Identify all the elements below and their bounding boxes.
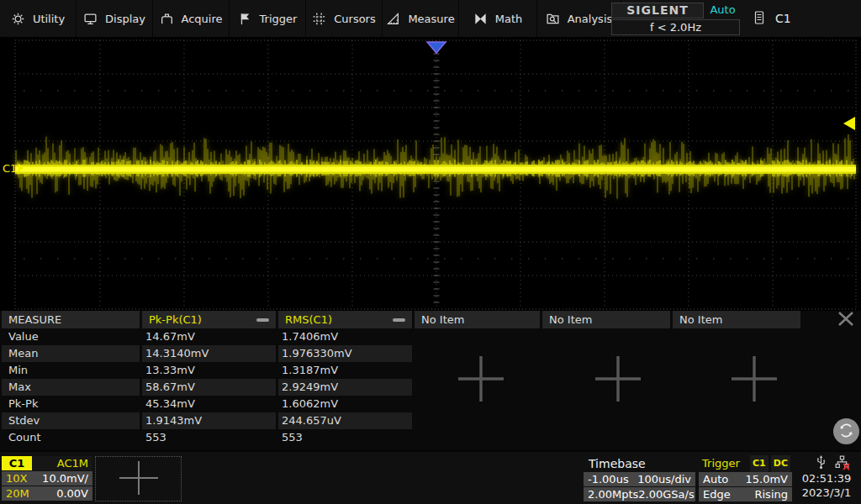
cursors-icon <box>312 12 326 26</box>
measure-column-pkpk[interactable]: Pk-Pk(C1) <box>142 311 276 328</box>
plus-icon <box>730 393 779 406</box>
table-row: Value14.67mV1.7406mV <box>2 328 412 345</box>
menu-item-cursors[interactable]: Cursors <box>306 0 383 37</box>
menu-item-acquire[interactable]: Acquire <box>153 0 230 37</box>
add-channel-tile[interactable] <box>95 456 182 501</box>
channel1-descriptor-box[interactable]: C1 AC1M 10X 10.0mV/ 20M 0.00V <box>2 456 92 501</box>
trigger-mode-row: Auto 15.0mV <box>699 472 792 486</box>
trigger-slope: Rising <box>754 487 788 501</box>
menu-item-display[interactable]: Display <box>77 0 153 37</box>
channel1-offset-row: 20M 0.00V <box>2 486 92 501</box>
trigger-type: Edge <box>703 487 731 501</box>
plus-icon <box>594 393 642 406</box>
volts-per-div: 10.0mV/ <box>42 471 88 486</box>
menu-item-trigger[interactable]: Trigger <box>230 0 306 37</box>
brand-cluster: SIGLENT Auto f < 2.0Hz <box>611 3 740 35</box>
channel-ground-label: C1 <box>3 162 17 175</box>
menu-item-analysis[interactable]: Analysis <box>537 0 621 37</box>
ruler-icon <box>386 12 400 26</box>
gear-icon <box>11 12 25 26</box>
trigger-frequency-readout: f < 2.0Hz <box>611 19 740 35</box>
timebase-delay-row: -1.00us 100us/div <box>584 472 695 486</box>
notes-icon <box>753 10 766 28</box>
channel1-coupling: AC1M <box>32 456 92 470</box>
top-menu-bar: Utility Display Acquire Trigger Cursors … <box>0 0 861 37</box>
trigger-type-row: Edge Rising <box>699 487 792 501</box>
add-measurement-button[interactable] <box>594 354 642 403</box>
add-measurement-button[interactable] <box>730 354 779 403</box>
channel1-trace <box>0 37 861 311</box>
oscilloscope-screen: Utility Display Acquire Trigger Cursors … <box>0 0 861 504</box>
menu-item-measure[interactable]: Measure <box>383 0 459 37</box>
table-row: Count553553 <box>2 429 412 446</box>
menu-item-label: Analysis <box>568 13 613 25</box>
menu-item-label: Utility <box>33 13 65 25</box>
timebase-descriptor-box[interactable]: Timebase -1.00us 100us/div 2.00Mpts 2.00… <box>584 456 695 501</box>
reset-statistics-button[interactable] <box>833 418 859 444</box>
clock-date: 2023/3/1 <box>794 486 859 499</box>
trigger-descriptor-box[interactable]: Trigger C1 DC Auto 15.0mV Edge Rising <box>699 456 792 501</box>
measurement-table: Value14.67mV1.7406mV Mean14.3140mV1.9763… <box>2 328 412 446</box>
channel1-scale-row: 10X 10.0mV/ <box>2 471 92 486</box>
measure-column-rms[interactable]: RMS(C1) <box>278 311 412 328</box>
sample-rate: 2.00GSa/s <box>638 487 694 501</box>
trigger-delay: -1.00us <box>588 472 629 486</box>
add-measurement-button[interactable] <box>457 354 505 403</box>
close-measure-button[interactable] <box>832 311 859 328</box>
lan-disconnected-icon <box>834 454 850 473</box>
table-row: Pk-Pk45.34mV1.6062mV <box>2 396 412 412</box>
channel-ground-marker[interactable]: C1 <box>3 161 24 175</box>
trigger-coupling-chip: DC <box>771 455 790 472</box>
measure-title-cell: MEASURE <box>2 311 140 328</box>
status-icons <box>814 454 850 473</box>
menu-item-utility[interactable]: Utility <box>0 0 77 37</box>
probe-attenuation: 10X <box>6 471 27 486</box>
trigger-mode: Auto <box>703 472 728 486</box>
memory-depth: 2.00Mpts <box>588 487 638 501</box>
measure-column-empty-1[interactable]: No Item <box>415 311 540 328</box>
bottom-status-bar: C1 AC1M 10X 10.0mV/ 20M 0.00V Timebase -… <box>0 450 861 504</box>
menu-item-label: Acquire <box>182 13 223 25</box>
plus-icon <box>457 393 505 406</box>
table-row: Stdev1.9143mV244.657uV <box>2 412 412 429</box>
table-row: Mean14.3140mV1.976330mV <box>2 345 412 362</box>
waveform-display-area: C1 <box>0 37 861 311</box>
trigger-source-chip: C1 <box>750 455 769 472</box>
siglent-logo: SIGLENT <box>611 3 704 18</box>
plus-icon <box>117 459 161 500</box>
menu-item-label: Display <box>105 13 145 25</box>
acquire-icon <box>160 12 174 26</box>
math-icon <box>473 12 488 26</box>
table-row: Min13.33mV1.3187mV <box>2 362 412 379</box>
menu-item-label: Cursors <box>334 13 376 25</box>
active-channel-label: C1 <box>775 12 791 25</box>
time-per-div: 100us/div <box>637 472 691 486</box>
timebase-title: Timebase <box>584 456 695 471</box>
menu-item-label: Trigger <box>260 13 298 25</box>
trigger-title: Trigger <box>702 456 740 471</box>
flag-icon <box>238 12 252 26</box>
clock-time: 02:51:39 <box>794 472 859 485</box>
measure-column-empty-3[interactable]: No Item <box>673 311 800 328</box>
measure-column-empty-2[interactable]: No Item <box>542 311 670 328</box>
channel-ground-arrow-icon <box>18 164 24 172</box>
channel-offset: 0.00V <box>56 486 88 501</box>
channel1-badge: C1 <box>2 456 32 470</box>
table-row: Max58.67mV2.9249mV <box>2 379 412 396</box>
measurement-header-row: MEASURE Pk-Pk(C1) RMS(C1) No Item No Ite… <box>2 311 800 328</box>
display-icon <box>83 12 98 26</box>
minus-icon[interactable] <box>393 318 405 322</box>
channel1-header: C1 AC1M <box>2 456 92 470</box>
close-icon <box>836 311 856 329</box>
minus-icon[interactable] <box>256 318 269 322</box>
menu-item-math[interactable]: Math <box>459 0 537 37</box>
menu-item-label: Math <box>495 13 523 25</box>
acquisition-status-badge: Auto <box>705 3 740 18</box>
usb-icon <box>814 454 828 473</box>
measurement-panel: MEASURE Pk-Pk(C1) RMS(C1) No Item No Ite… <box>0 311 861 450</box>
timebase-sampling-row: 2.00Mpts 2.00GSa/s <box>584 487 695 501</box>
active-channel-indicator[interactable]: C1 <box>753 0 791 37</box>
trigger-title-row: Trigger C1 DC <box>699 456 792 471</box>
refresh-icon <box>837 422 855 442</box>
analysis-icon <box>546 12 560 26</box>
